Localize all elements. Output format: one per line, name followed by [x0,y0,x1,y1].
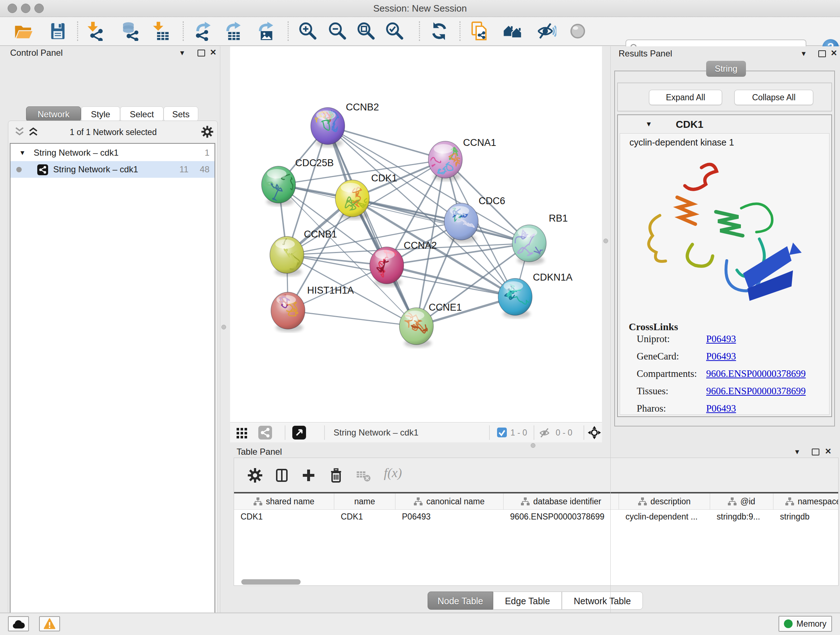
control-panel-close-icon[interactable]: ✕ [210,48,216,57]
right-splitter-handle[interactable] [603,239,608,243]
toolbar-separator [287,21,289,41]
network-view-canvas[interactable]: CCNB2CCNA1CDC25BCDK1CDC6RB1CCNB1CCNA2CDK… [230,46,602,422]
import-network-from-database-icon[interactable] [121,21,141,41]
crosslink-uniprot-link[interactable]: P06493 [706,333,736,345]
expand-all-button[interactable]: Expand All [649,90,722,105]
export-network-icon[interactable] [193,21,212,41]
tab-style[interactable]: Style [81,106,120,122]
network-collection-row[interactable]: ▼ String Network – cdk1 1 [11,144,215,161]
network-node-hist1h1a[interactable]: HIST1H1A [271,285,354,332]
column-label: description [651,497,691,507]
collapse-all-chevron-icon[interactable] [14,126,25,138]
memory-button[interactable]: Memory [778,616,832,632]
cdk1-section: ▼ CDK1 cyclin-dependent kinase 1 [617,114,832,417]
network-edge-ccnb2-ccna1[interactable] [328,126,445,160]
save-session-icon[interactable] [48,21,68,41]
crosslink-compartments-link[interactable]: 9606.ENSP00000378699 [706,368,806,379]
network-node-rb1[interactable]: RB1 [512,213,568,264]
results-panel-float-icon[interactable] [818,50,826,59]
add-column-plus-icon[interactable] [301,467,318,485]
results-panel-menu-icon[interactable]: ▾ [802,49,806,58]
network-node-cdc25b[interactable]: CDC25B [262,157,334,211]
bottom-splitter-handle[interactable] [531,443,535,448]
table-cell-description[interactable]: cyclin-dependent ... [619,510,710,524]
zoom-in-icon[interactable] [298,21,317,41]
table-panel-close-icon[interactable]: ✕ [825,447,831,456]
table-cell-canonical-name[interactable]: P06493 [395,510,504,524]
network-overview-homes-icon[interactable] [503,21,523,41]
network-node-cdkn1a[interactable]: CDKN1A [498,272,573,318]
tree-expand-icon[interactable]: ▼ [19,144,26,161]
warnings-button[interactable] [39,616,60,631]
crosslink-tissues-link[interactable]: 9606.ENSP00000378699 [706,386,806,397]
selected-checkbox-icon[interactable] [497,428,507,439]
tab-network-table[interactable]: Network Table [562,592,643,610]
share-network-documents-icon[interactable] [470,21,489,41]
column-header-name[interactable]: name [334,494,395,509]
control-panel-menu-icon[interactable]: ▾ [180,48,184,57]
column-header-canonical-name[interactable]: canonical name [395,494,504,509]
table-cell--id[interactable]: stringdb:9... [710,510,774,524]
table-panel-menu-icon[interactable]: ▾ [795,447,799,456]
column-header-database-identifier[interactable]: database identifier [504,494,619,509]
tab-network[interactable]: Network [26,106,81,122]
birds-eye-view-icon[interactable] [568,21,587,41]
memory-status-icon [784,619,793,628]
cloud-button[interactable] [8,616,29,631]
string-view-icon-disabled[interactable] [258,426,272,441]
node-label-rb1: RB1 [549,213,568,224]
open-session-icon[interactable] [14,21,33,41]
network-edge-hist1h1a-ccne1[interactable] [288,310,416,326]
import-table-icon[interactable] [151,21,171,41]
open-in-new-window-icon[interactable] [292,426,306,441]
node-table[interactable]: shared namenamecanonical namedatabase id… [234,492,838,585]
main-toolbar: ? [0,17,840,46]
tab-select[interactable]: Select [120,106,164,122]
zoom-selected-icon[interactable] [385,21,404,41]
export-image-icon[interactable] [256,21,275,41]
table-panel-float-icon[interactable] [812,448,819,457]
network-edge-ccnb2-ccne1[interactable] [328,126,416,326]
left-splitter-handle[interactable] [221,325,226,329]
control-panel: Control Panel ▾ ✕ Network Style Select S… [0,46,220,613]
export-table-icon[interactable] [223,21,242,41]
node-label-cdc6: CDC6 [478,195,505,206]
control-panel-float-icon[interactable] [197,50,205,58]
section-collapse-icon[interactable]: ▼ [645,120,652,128]
network-tree: ▼ String Network – cdk1 1 String Network… [10,143,215,635]
grid-view-icon[interactable] [236,426,248,440]
crosslink-pharos-link[interactable]: P06493 [706,403,736,414]
column-header-description[interactable]: description [619,494,710,509]
tab-edge-table[interactable]: Edge Table [493,592,562,610]
apply-layout-refresh-icon[interactable] [429,21,449,41]
table-gear-icon[interactable] [247,467,264,485]
show-columns-icon[interactable] [274,467,291,485]
tab-string[interactable]: String [706,61,746,77]
import-network-icon[interactable] [85,21,105,41]
column-header--id[interactable]: @id [710,494,774,509]
results-panel-close-icon[interactable]: ✕ [831,49,837,58]
table-cell-name[interactable]: CDK1 [334,510,395,524]
table-cell-namespace[interactable]: stringdb [774,510,838,524]
tab-node-table[interactable]: Node Table [428,592,493,610]
crosslink-genecard-link[interactable]: P06493 [706,351,736,362]
column-label: name [354,497,375,507]
table-cell-shared-name[interactable]: CDK1 [234,510,334,524]
collapse-all-button[interactable]: Collapse All [734,90,813,105]
table-horizontal-scrollbar[interactable] [241,579,301,585]
fit-selection-crosshair-icon[interactable] [587,426,601,441]
column-header-namespace[interactable]: namespace [774,494,838,509]
delete-column-trash-icon[interactable] [328,467,346,485]
table-row[interactable]: CDK1CDK1P064939606.ENSP00000378699cyclin… [234,510,838,524]
table-cell-database-identifier[interactable]: 9606.ENSP00000378699 [504,510,619,524]
network-row-selected[interactable]: String Network – cdk1 11 48 [11,161,215,178]
node-label-cdk1: CDK1 [371,173,397,184]
expand-all-chevron-icon[interactable] [28,126,39,138]
zoom-out-icon[interactable] [327,21,347,41]
tab-sets[interactable]: Sets [164,106,198,122]
column-header-shared-name[interactable]: shared name [234,494,334,509]
crosslink-label: Compartments: [637,368,697,379]
show-hide-graphics-eye-icon[interactable] [537,21,556,41]
network-list-gear-icon[interactable] [201,125,214,140]
zoom-fit-icon[interactable] [356,21,376,41]
